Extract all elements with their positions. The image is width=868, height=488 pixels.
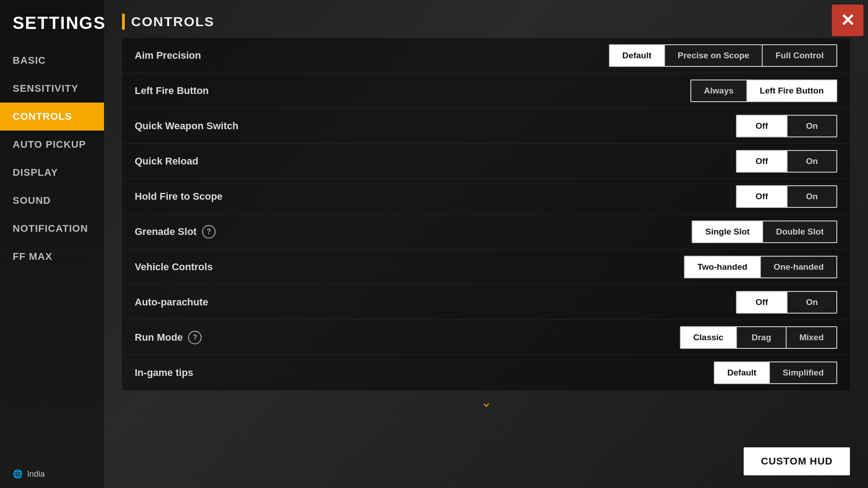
btn-opt-hold-fire-to-scope-0[interactable]: Off bbox=[737, 186, 787, 207]
btn-group-quick-reload: OffOn bbox=[736, 150, 837, 173]
main-content: CONTROLS Aim PrecisionDefaultPrecise on … bbox=[104, 0, 868, 488]
section-bar bbox=[122, 14, 125, 30]
section-title: CONTROLS bbox=[131, 14, 214, 29]
btn-opt-run-mode-1[interactable]: Drag bbox=[736, 327, 786, 348]
close-button[interactable]: ✕ bbox=[832, 5, 863, 36]
sidebar-item-notification[interactable]: NOTIFICATION bbox=[0, 215, 104, 243]
setting-label-hold-fire-to-scope: Hold Fire to Scope bbox=[135, 191, 736, 202]
setting-label-quick-weapon-switch: Quick Weapon Switch bbox=[135, 120, 736, 132]
btn-opt-grenade-slot-1[interactable]: Double Slot bbox=[762, 221, 836, 242]
btn-opt-run-mode-2[interactable]: Mixed bbox=[786, 327, 836, 348]
btn-opt-left-fire-button-1[interactable]: Left Fire Button bbox=[746, 80, 836, 101]
custom-hud-button[interactable]: CUSTOM HUD bbox=[744, 447, 850, 475]
sidebar: SETTINGS BASIC SENSITIVITY CONTROLS AUTO… bbox=[0, 0, 104, 488]
help-icon-run-mode[interactable]: ? bbox=[188, 331, 202, 344]
btn-group-vehicle-controls: Two-handedOne-handed bbox=[684, 256, 837, 278]
btn-group-aim-precision: DefaultPrecise on ScopeFull Control bbox=[609, 44, 837, 67]
btn-opt-grenade-slot-0[interactable]: Single Slot bbox=[693, 221, 762, 242]
setting-row-run-mode: Run Mode?ClassicDragMixed bbox=[122, 320, 850, 355]
btn-opt-aim-precision-0[interactable]: Default bbox=[610, 45, 664, 66]
setting-row-quick-weapon-switch: Quick Weapon SwitchOffOn bbox=[122, 108, 850, 144]
setting-label-run-mode: Run Mode? bbox=[135, 331, 680, 344]
setting-row-quick-reload: Quick ReloadOffOn bbox=[122, 144, 850, 179]
setting-label-text-vehicle-controls: Vehicle Controls bbox=[135, 261, 212, 273]
setting-label-text-quick-weapon-switch: Quick Weapon Switch bbox=[135, 120, 238, 132]
setting-row-auto-parachute: Auto-parachuteOffOn bbox=[122, 285, 850, 320]
sidebar-item-basic[interactable]: BASIC bbox=[0, 47, 104, 75]
setting-label-text-in-game-tips: In-game tips bbox=[135, 367, 193, 379]
btn-group-hold-fire-to-scope: OffOn bbox=[736, 185, 837, 208]
setting-label-text-hold-fire-to-scope: Hold Fire to Scope bbox=[135, 191, 222, 202]
setting-label-text-run-mode: Run Mode bbox=[135, 332, 183, 343]
help-icon-grenade-slot[interactable]: ? bbox=[202, 225, 216, 239]
btn-opt-quick-reload-1[interactable]: On bbox=[787, 151, 836, 172]
btn-group-run-mode: ClassicDragMixed bbox=[680, 326, 837, 349]
btn-opt-run-mode-0[interactable]: Classic bbox=[681, 327, 736, 348]
region-label: India bbox=[27, 469, 45, 479]
setting-row-left-fire-button: Left Fire ButtonAlwaysLeft Fire Button bbox=[122, 73, 850, 108]
btn-group-quick-weapon-switch: OffOn bbox=[736, 115, 837, 137]
globe-icon: 🌐 bbox=[13, 469, 23, 479]
setting-label-text-grenade-slot: Grenade Slot bbox=[135, 226, 197, 238]
btn-group-in-game-tips: DefaultSimplified bbox=[714, 361, 837, 384]
setting-label-left-fire-button: Left Fire Button bbox=[135, 85, 690, 97]
sidebar-item-ff-max[interactable]: FF MAX bbox=[0, 243, 104, 271]
scroll-down-icon[interactable]: ⌄ bbox=[122, 390, 850, 414]
btn-opt-quick-weapon-switch-1[interactable]: On bbox=[787, 116, 836, 136]
btn-opt-aim-precision-2[interactable]: Full Control bbox=[762, 45, 836, 66]
sidebar-item-controls[interactable]: CONTROLS bbox=[0, 103, 104, 131]
sidebar-item-display[interactable]: DISPLAY bbox=[0, 159, 104, 187]
setting-row-hold-fire-to-scope: Hold Fire to ScopeOffOn bbox=[122, 179, 850, 214]
app-title: SETTINGS bbox=[0, 9, 104, 47]
setting-label-text-auto-parachute: Auto-parachute bbox=[135, 296, 208, 308]
btn-opt-in-game-tips-0[interactable]: Default bbox=[715, 362, 769, 383]
sidebar-item-sound[interactable]: SOUND bbox=[0, 187, 104, 215]
sidebar-item-sensitivity[interactable]: SENSITIVITY bbox=[0, 75, 104, 103]
setting-label-text-aim-precision: Aim Precision bbox=[135, 50, 201, 61]
btn-opt-quick-weapon-switch-0[interactable]: Off bbox=[737, 116, 787, 136]
btn-group-auto-parachute: OffOn bbox=[736, 291, 837, 314]
setting-label-quick-reload: Quick Reload bbox=[135, 155, 736, 167]
setting-row-in-game-tips: In-game tipsDefaultSimplified bbox=[122, 355, 850, 390]
btn-opt-hold-fire-to-scope-1[interactable]: On bbox=[787, 186, 836, 207]
setting-label-auto-parachute: Auto-parachute bbox=[135, 296, 736, 308]
btn-opt-in-game-tips-1[interactable]: Simplified bbox=[769, 362, 836, 383]
sidebar-footer: 🌐 India bbox=[13, 469, 45, 479]
btn-opt-vehicle-controls-1[interactable]: One-handed bbox=[760, 257, 836, 277]
setting-label-in-game-tips: In-game tips bbox=[135, 367, 714, 379]
btn-opt-quick-reload-0[interactable]: Off bbox=[737, 151, 787, 172]
btn-opt-left-fire-button-0[interactable]: Always bbox=[691, 80, 746, 101]
btn-opt-aim-precision-1[interactable]: Precise on Scope bbox=[664, 45, 762, 66]
close-icon: ✕ bbox=[840, 12, 855, 29]
setting-label-grenade-slot: Grenade Slot? bbox=[135, 225, 692, 239]
setting-label-text-left-fire-button: Left Fire Button bbox=[135, 85, 209, 97]
btn-opt-vehicle-controls-0[interactable]: Two-handed bbox=[685, 257, 760, 277]
setting-row-aim-precision: Aim PrecisionDefaultPrecise on ScopeFull… bbox=[122, 38, 850, 73]
setting-label-vehicle-controls: Vehicle Controls bbox=[135, 261, 684, 273]
btn-group-left-fire-button: AlwaysLeft Fire Button bbox=[690, 80, 837, 102]
setting-label-text-quick-reload: Quick Reload bbox=[135, 155, 198, 167]
setting-row-vehicle-controls: Vehicle ControlsTwo-handedOne-handed bbox=[122, 249, 850, 285]
settings-panel: Aim PrecisionDefaultPrecise on ScopeFull… bbox=[122, 38, 850, 390]
sidebar-item-auto-pickup[interactable]: AUTO PICKUP bbox=[0, 131, 104, 159]
btn-opt-auto-parachute-1[interactable]: On bbox=[787, 292, 836, 313]
section-header: CONTROLS bbox=[122, 14, 850, 30]
setting-label-aim-precision: Aim Precision bbox=[135, 50, 609, 61]
btn-opt-auto-parachute-0[interactable]: Off bbox=[737, 292, 787, 313]
btn-group-grenade-slot: Single SlotDouble Slot bbox=[692, 221, 837, 243]
setting-row-grenade-slot: Grenade Slot?Single SlotDouble Slot bbox=[122, 214, 850, 249]
